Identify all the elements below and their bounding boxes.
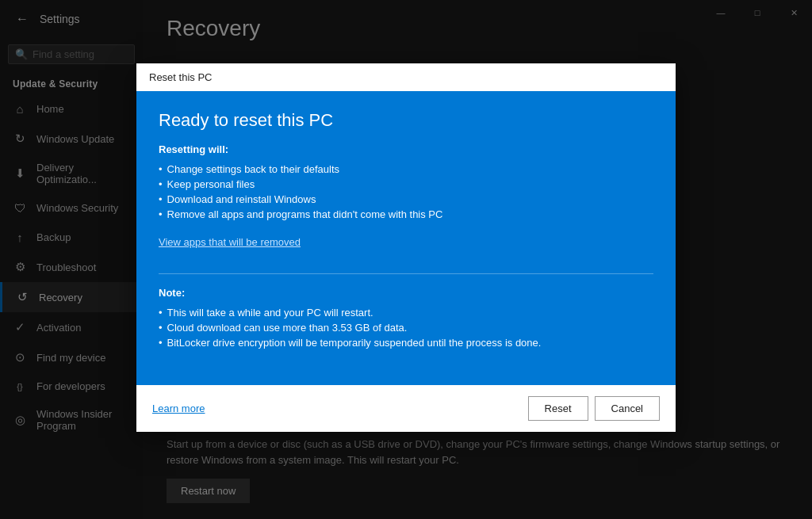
modal-overlay: Reset this PC Ready to reset this PC Res… xyxy=(0,0,812,519)
view-apps-link[interactable]: View apps that will be removed xyxy=(159,236,301,248)
bullet-item: Change settings back to their defaults xyxy=(159,162,653,177)
note-bullet-item: BitLocker drive encryption will be tempo… xyxy=(159,335,653,350)
reset-button[interactable]: Reset xyxy=(528,396,588,421)
note-bullet-item: Cloud download can use more than 3.53 GB… xyxy=(159,320,653,335)
modal-titlebar: Reset this PC xyxy=(136,63,676,91)
modal-heading: Ready to reset this PC xyxy=(159,110,653,131)
modal-title: Reset this PC xyxy=(149,71,212,83)
bullet-item: Keep personal files xyxy=(159,177,653,192)
learn-more-link[interactable]: Learn more xyxy=(152,403,205,414)
divider xyxy=(159,273,653,274)
reset-pc-modal: Reset this PC Ready to reset this PC Res… xyxy=(136,63,676,432)
bullet-item: Download and reinstall Windows xyxy=(159,192,653,207)
cancel-button[interactable]: Cancel xyxy=(595,396,660,421)
note-bullets: This will take a while and your PC will … xyxy=(159,305,653,350)
modal-footer: Learn more Reset Cancel xyxy=(136,385,676,432)
bullet-item: Remove all apps and programs that didn't… xyxy=(159,207,653,222)
footer-buttons: Reset Cancel xyxy=(528,396,660,421)
note-label: Note: xyxy=(159,287,653,299)
modal-body: Ready to reset this PC Resetting will: C… xyxy=(136,91,676,385)
note-bullet-item: This will take a while and your PC will … xyxy=(159,305,653,320)
resetting-bullets: Change settings back to their defaults K… xyxy=(159,162,653,222)
resetting-will-label: Resetting will: xyxy=(159,143,653,155)
